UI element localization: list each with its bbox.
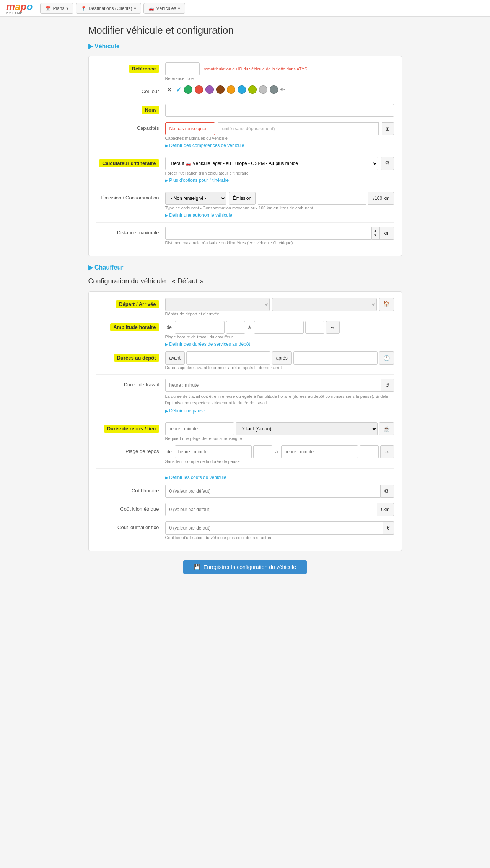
- calculateur-badge: Calculateur d'itinéraire: [99, 159, 159, 167]
- cout-journalier-label: Coût journalier fixe: [96, 521, 165, 530]
- cout-horaire-input[interactable]: [165, 485, 381, 498]
- emission-select[interactable]: - Non renseigné -: [165, 192, 226, 205]
- plage-j-to-input[interactable]: J+ 0: [360, 445, 379, 458]
- duree-travail-input[interactable]: [165, 379, 381, 392]
- submit-icon: 💾: [194, 564, 200, 570]
- color-brown[interactable]: [216, 85, 225, 94]
- car-icon: 🚗: [148, 6, 154, 11]
- reference-badge: Référence: [129, 65, 159, 73]
- autonomie-link[interactable]: Définir une autonomie véhicule: [165, 213, 233, 218]
- emission-input[interactable]: [258, 192, 366, 205]
- color-lime[interactable]: [248, 85, 257, 94]
- distance-input[interactable]: [165, 227, 372, 240]
- durees-services-link[interactable]: Définir des durées de services au dépôt: [165, 342, 250, 347]
- emission-hint: Type de carburant - Consommation moyenne…: [165, 206, 394, 210]
- cout-horaire-unit: €h: [381, 485, 394, 498]
- plage-arrow-btn[interactable]: ↔: [380, 445, 394, 458]
- color-red[interactable]: [195, 85, 203, 94]
- menu-destinations-label: Destinations (Clients): [88, 6, 132, 11]
- couts-link[interactable]: Définir les coûts du véhicule: [165, 475, 226, 480]
- nom-label-wrapper: Nom: [96, 104, 165, 114]
- depart-hint: Dépôts de départ et d'arrivée: [165, 312, 394, 316]
- repos-select[interactable]: Défaut (Aucun): [236, 422, 378, 435]
- travail-refresh-btn[interactable]: ↺: [381, 379, 394, 392]
- cout-horaire-input-group: €h: [165, 485, 394, 498]
- repos-time-input[interactable]: [165, 422, 234, 435]
- competences-link[interactable]: Définir des compétences de véhicule: [165, 143, 244, 148]
- chauffeur-section-header[interactable]: Chauffeur: [88, 264, 402, 271]
- depart-input-group: 🏠: [165, 298, 394, 311]
- cout-km-label: Coût kilométrique: [96, 503, 165, 512]
- submit-button[interactable]: 💾 Enregistrer la configuration du véhicu…: [183, 560, 307, 574]
- depart-select-from[interactable]: [165, 298, 270, 311]
- depart-select-to[interactable]: [272, 298, 377, 311]
- avant-input[interactable]: 00:30 (valeur par défaut): [186, 351, 270, 365]
- depot-clock-btn[interactable]: 🕐: [379, 351, 394, 365]
- cout-km-content: €km: [165, 503, 394, 516]
- amplitude-arrow-btn[interactable]: ↔: [326, 321, 340, 334]
- amplitude-de-label: de: [165, 325, 173, 330]
- logo: mapo by LaMP: [6, 2, 33, 15]
- repos-coffee-btn[interactable]: ☕: [379, 422, 394, 435]
- color-orange[interactable]: [227, 85, 235, 94]
- depart-label-wrapper: Départ / Arrivée: [96, 298, 165, 308]
- options-itineraire-link[interactable]: Plus d'options pour l'itinéraire: [165, 178, 229, 183]
- color-pencil-icon[interactable]: ✏: [280, 87, 285, 93]
- color-check[interactable]: ✔: [176, 85, 182, 94]
- emission-btn[interactable]: Émission: [229, 192, 256, 205]
- color-row: ✕ ✔ ✏: [165, 85, 394, 94]
- cout-journalier-input[interactable]: [165, 521, 383, 535]
- menu-plans-label: Plans: [53, 6, 64, 11]
- emission-unit: l/100 km: [368, 192, 394, 205]
- distance-hint: Distance maximale réalisable en kilomètr…: [165, 240, 394, 245]
- nom-input[interactable]: PEUGEOT EXPERT - BC-682-VQ: [165, 104, 394, 117]
- couleur-content: ✕ ✔ ✏: [165, 85, 394, 94]
- amplitude-to-input[interactable]: 17:00: [254, 321, 304, 334]
- color-green[interactable]: [184, 85, 192, 94]
- amplitude-j-from-input[interactable]: J+ 0: [226, 321, 245, 334]
- cap-btn[interactable]: ⊞: [382, 122, 394, 135]
- amplitude-from-input[interactable]: 07:00 (défaut): [175, 321, 225, 334]
- amplitude-badge: Amplitude horaire: [110, 323, 159, 331]
- cout-km-input[interactable]: [165, 503, 377, 516]
- calculateur-select[interactable]: Défaut 🚗 Véhicule léger - eu Europe - OS…: [165, 157, 378, 170]
- durees-depot-label-wrapper: Durées au dépôt: [96, 351, 165, 362]
- apres-input[interactable]: 00:15 (valeur par défaut): [293, 351, 378, 365]
- cout-horaire-content: €h: [165, 485, 394, 498]
- distance-spinner[interactable]: ▲ ▼: [372, 227, 380, 240]
- amplitude-input-group: de 07:00 (défaut) J+ 0 à 17:00 J+ 0 ↔: [165, 321, 394, 334]
- repos-hint: Requiert une plage de repos si renseigné: [165, 436, 394, 441]
- plage-from-input[interactable]: [175, 445, 252, 458]
- nom-badge: Nom: [142, 106, 159, 114]
- menu-vehicules[interactable]: 🚗 Véhicules ▾: [143, 3, 185, 14]
- capacites-label: Capacités: [96, 122, 165, 131]
- calc-row: Défaut 🚗 Véhicule léger - eu Europe - OS…: [165, 157, 394, 170]
- color-light-blue[interactable]: [238, 85, 246, 94]
- vehicule-section-header[interactable]: Véhicule: [88, 43, 402, 50]
- color-clear-btn[interactable]: ✕: [165, 85, 174, 94]
- menu-plans[interactable]: 📅 Plans ▾: [40, 3, 73, 14]
- color-purple[interactable]: [205, 85, 214, 94]
- plage-to-input[interactable]: [281, 445, 358, 458]
- plage-repos-content: de J+ 0 à J+ 0 ↔ Sans tenir compte de la…: [165, 445, 394, 464]
- calculateur-hint: Forcer l'utilisation d'un calculateur d'…: [165, 171, 394, 175]
- pause-link[interactable]: Définir une pause: [165, 408, 205, 414]
- color-gray[interactable]: [270, 85, 278, 94]
- calc-gear-btn[interactable]: ⚙: [381, 157, 394, 170]
- cout-km-unit: €km: [377, 503, 394, 516]
- durees-depot-row: Durées au dépôt avant 00:30 (valeur par …: [96, 351, 394, 370]
- cout-journalier-content: € Coût fixe d'utilisation du véhicule pl…: [165, 521, 394, 540]
- amplitude-j-to-input[interactable]: J+ 0: [305, 321, 324, 334]
- capacites-input-group: Ne pas renseigner unité (sans dépassemen…: [165, 122, 394, 135]
- menu-destinations[interactable]: 📍 Destinations (Clients) ▾: [76, 3, 141, 14]
- duree-repos-content: Défaut (Aucun) ☕ Requiert une plage de r…: [165, 422, 394, 441]
- plage-j-from-input[interactable]: J+ 0: [253, 445, 272, 458]
- distance-label: Distance maximale: [96, 227, 165, 235]
- durees-depot-badge: Durées au dépôt: [114, 354, 159, 362]
- depart-home-btn[interactable]: 🏠: [379, 298, 394, 311]
- distance-content: ▲ ▼ km Distance maximale réalisable en k…: [165, 227, 394, 245]
- color-silver[interactable]: [259, 85, 267, 94]
- calculateur-row: Calculateur d'itinéraire Défaut 🚗 Véhicu…: [96, 157, 394, 183]
- cout-km-row: Coût kilométrique €km: [96, 503, 394, 517]
- reference-input[interactable]: 1018065: [165, 62, 200, 75]
